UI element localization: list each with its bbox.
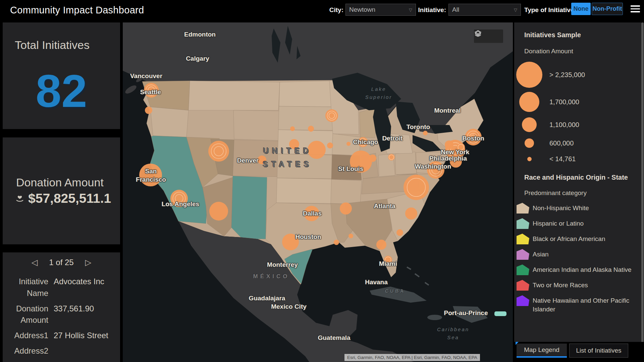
category-row: Black or African American xyxy=(514,234,641,244)
legend-tabbar: Map LegendList of Initiatives xyxy=(514,342,644,362)
city-select[interactable]: Newtown ▽ xyxy=(345,4,416,16)
donation-bubble[interactable] xyxy=(348,234,353,238)
map-attribution: Esri, Garmin, FAO, NOAA, EPA | Esri, Gar… xyxy=(344,354,480,361)
category-label: Asian xyxy=(533,249,549,259)
category-label: Black or African American xyxy=(533,234,605,243)
category-swatch-icon xyxy=(517,234,529,244)
initiative-select[interactable]: All ▽ xyxy=(448,4,521,16)
detail-label: Initiative Name xyxy=(7,276,48,299)
map-canvas[interactable] xyxy=(123,22,513,362)
menu-icon[interactable] xyxy=(631,5,641,14)
scroll-indicator-icon xyxy=(516,342,519,345)
size-legend-label: < 14,761 xyxy=(549,155,576,163)
total-initiatives-title: Total Initiatives xyxy=(15,39,120,52)
next-page-icon[interactable]: ▷ xyxy=(85,258,91,266)
donation-bubble[interactable] xyxy=(405,207,417,220)
initiative-select-value: All xyxy=(452,6,459,13)
donation-bubble[interactable] xyxy=(340,202,352,215)
category-swatch-icon xyxy=(517,295,529,306)
page-indicator: 1 of 25 xyxy=(49,258,73,267)
size-legend-label: 1,700,000 xyxy=(549,98,579,106)
donation-bubble[interactable] xyxy=(258,156,266,164)
total-initiatives-panel: Total Initiatives 82 xyxy=(3,22,120,129)
category-label: Non-Hispanic White xyxy=(533,203,589,213)
donation-bubble[interactable] xyxy=(350,150,372,173)
category-swatch-icon xyxy=(517,264,529,275)
details-pager: ◁ 1 of 25 ▷ xyxy=(3,258,120,267)
details-field-list: Initiative NameAdvocates IncDonation Amo… xyxy=(7,276,114,362)
size-legend-circle xyxy=(516,62,542,88)
donation-bubble[interactable] xyxy=(450,156,462,168)
donation-bubble[interactable] xyxy=(145,107,152,114)
size-legend-label: 1,100,000 xyxy=(549,121,579,129)
category-legend: Non-Hispanic WhiteHispanic or LatinoBlac… xyxy=(514,203,641,314)
layers-icon[interactable] xyxy=(474,29,482,38)
initiative-details-panel: ◁ 1 of 25 ▷ Initiative NameAdvocates Inc… xyxy=(3,252,120,362)
donation-amount-panel: Donation Amount $57,825,511.1 xyxy=(3,137,120,244)
donation-bubble[interactable] xyxy=(423,131,428,135)
detail-value: 337,561.90 xyxy=(54,303,94,326)
legend-scrollbar[interactable] xyxy=(641,22,644,362)
donation-bubble[interactable] xyxy=(327,142,333,148)
app-header: Community Impact Dashboard City: Newtown… xyxy=(0,0,644,20)
race-legend-subtitle: Predominant category xyxy=(514,189,641,197)
detail-label: Address1 xyxy=(7,330,48,342)
category-label: Hispanic or Latino xyxy=(533,218,584,228)
detail-value: Advocates Inc xyxy=(54,276,104,299)
donation-bubble[interactable] xyxy=(445,140,453,149)
legend-panel: Initiatives Sample Donation Amount > 2,2… xyxy=(514,22,641,342)
tab-map-legend[interactable]: Map Legend xyxy=(517,344,567,358)
category-swatch-icon xyxy=(517,218,529,229)
size-legend-row: 1,100,000 xyxy=(514,115,641,135)
detail-label: Donation Amount xyxy=(7,303,48,326)
legend-subtitle: Donation Amount xyxy=(514,48,641,55)
type-toggle-nonprofit[interactable]: Non-Profit xyxy=(592,3,623,15)
size-legend: > 2,235,0001,700,0001,100,000600,000< 14… xyxy=(514,60,641,166)
category-swatch-icon xyxy=(517,280,529,291)
detail-row: CityFramingham xyxy=(7,361,114,362)
tab-list-of-initiatives[interactable]: List of Initiatives xyxy=(569,344,628,358)
category-label: Native Hawaiian and Other Pacific Island… xyxy=(533,295,641,314)
detail-row: Address2 xyxy=(7,345,114,357)
donation-bubble[interactable] xyxy=(369,155,376,162)
donation-bubble[interactable] xyxy=(139,164,162,186)
donation-bubble[interactable] xyxy=(304,206,319,221)
size-legend-circle xyxy=(519,92,539,112)
type-toggle-none[interactable]: None xyxy=(571,3,591,15)
city-filter-label: City: xyxy=(329,6,343,14)
donation-bubble[interactable] xyxy=(289,139,299,149)
size-legend-label: > 2,235,000 xyxy=(549,71,585,79)
initiative-filter-label: Initiative: xyxy=(418,6,446,14)
donation-bubble[interactable] xyxy=(308,141,326,159)
detail-row: Address127 Hollis Street xyxy=(7,330,114,342)
page-title: Community Impact Dashboard xyxy=(10,4,144,15)
donation-bubble[interactable] xyxy=(209,202,228,221)
size-legend-circle xyxy=(525,138,534,148)
size-legend-circle xyxy=(527,157,532,161)
donation-bubble[interactable] xyxy=(396,229,403,236)
donation-bubble[interactable] xyxy=(334,240,339,245)
donation-bubble[interactable] xyxy=(290,126,295,131)
category-row: Asian xyxy=(514,249,641,260)
map-panel[interactable]: EdmontonCalgaryVancouverSeattleSan Franc… xyxy=(123,22,513,362)
total-initiatives-value: 82 xyxy=(3,64,120,118)
donation-bubble[interactable] xyxy=(308,126,314,132)
category-swatch-icon xyxy=(517,203,529,214)
donation-bubble[interactable] xyxy=(376,240,386,250)
category-row: Hispanic or Latino xyxy=(514,218,641,229)
puerto-rico-island xyxy=(494,311,506,316)
city-select-value: Newtown xyxy=(349,6,375,13)
size-legend-label: 600,000 xyxy=(549,139,574,147)
category-label: Two or More Races xyxy=(533,280,588,290)
race-legend-title: Race and Hispanic Origin - State xyxy=(514,174,641,181)
chevron-down-icon: ▽ xyxy=(409,7,412,12)
detail-row: Donation Amount337,561.90 xyxy=(7,303,114,326)
type-of-initiative-label: Type of Initiative xyxy=(524,6,574,14)
detail-row: Initiative NameAdvocates Inc xyxy=(7,276,114,299)
donation-bubble[interactable] xyxy=(346,142,351,146)
size-legend-row: 600,000 xyxy=(514,135,641,152)
category-row: Non-Hispanic White xyxy=(514,203,641,214)
category-swatch-icon xyxy=(517,249,529,260)
donation-bubble[interactable] xyxy=(282,234,299,250)
previous-page-icon[interactable]: ◁ xyxy=(32,258,38,266)
